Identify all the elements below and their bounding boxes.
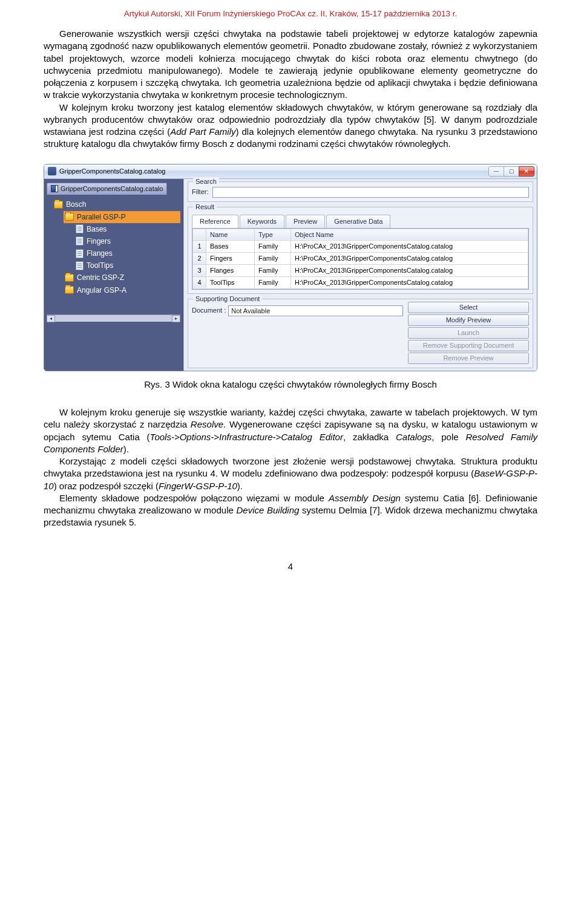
- folder-icon: [65, 286, 74, 294]
- page-number: 4: [44, 561, 537, 573]
- tab-preview[interactable]: Preview: [286, 215, 325, 228]
- tree-label: Flanges: [87, 249, 113, 258]
- tab-reference[interactable]: Reference: [192, 215, 238, 228]
- folder-icon: [65, 274, 74, 282]
- p3-e: ).: [123, 444, 129, 454]
- table-row[interactable]: 3 Flanges Family H:\ProCAx_2013\GripperC…: [193, 265, 528, 277]
- document-field[interactable]: Not Available: [228, 305, 403, 316]
- tab-generative-data[interactable]: Generative Data: [326, 215, 390, 228]
- tree-label: Angular GSP-A: [77, 285, 126, 295]
- select-button[interactable]: Select: [408, 302, 529, 313]
- tree-tab-label: GripperComponentsCatalog.catalo: [61, 184, 163, 194]
- tree-node-parallel[interactable]: Parallel GSP-P: [64, 211, 180, 223]
- tree-label: Bases: [87, 224, 107, 234]
- grid-header-row: Name Type Object Name: [193, 229, 528, 241]
- cell-type: Family: [255, 265, 291, 277]
- catalog-tree: Bosch Parallel GSP-P Bases Fingers: [47, 198, 180, 296]
- tree-tab[interactable]: GripperComponentsCatalog.catalo: [47, 183, 167, 195]
- cell-object: H:\ProCAx_2013\GripperComponentsCatalog.…: [291, 253, 528, 265]
- catalog-icon: [51, 185, 58, 192]
- result-tabs: Reference Keywords Preview Generative Da…: [192, 215, 529, 228]
- cell-name: Fingers: [206, 253, 255, 265]
- cell-rownum: 2: [193, 253, 206, 265]
- cell-type: Family: [255, 276, 291, 288]
- result-grid[interactable]: Name Type Object Name 1 Bases Family: [192, 228, 529, 290]
- p4-b: ) oraz podzespół szczęki (: [54, 481, 159, 491]
- tree-label: Fingers: [87, 236, 111, 246]
- p3-d: , pole: [432, 432, 465, 442]
- tree-node-angular[interactable]: Angular GSP-A: [64, 284, 180, 296]
- paragraph-1: Generowanie wszystkich wersji części chw…: [44, 28, 537, 102]
- maximize-button[interactable]: ▢: [504, 166, 519, 177]
- tools-path: Tools->Options->Infrastructure->Catalog …: [150, 432, 343, 442]
- col-type[interactable]: Type: [255, 229, 291, 241]
- paragraph-5: Elementy składowe podzespołów połączono …: [44, 492, 537, 529]
- tree-label: Parallel GSP-P: [77, 212, 126, 222]
- table-row[interactable]: 4 ToolTips Family H:\ProCAx_2013\Gripper…: [193, 276, 528, 288]
- page-icon: [76, 236, 84, 246]
- tree-hscrollbar[interactable]: ◂ ▸: [47, 314, 180, 322]
- cell-rownum: 3: [193, 265, 206, 277]
- supporting-group-title: Supporting Document: [193, 294, 262, 304]
- running-header: Artykuł Autorski, XII Forum Inżynierskie…: [44, 8, 537, 19]
- tab-keywords[interactable]: Keywords: [240, 215, 284, 228]
- window-body: GripperComponentsCatalog.catalo Bosch Pa…: [44, 179, 537, 371]
- window-titlebar[interactable]: GripperComponentsCatalog.catalog — ▢ ✕: [44, 164, 537, 179]
- details-panel: Search Filter: Result Reference Keywords…: [183, 179, 537, 371]
- cell-rownum: 4: [193, 276, 206, 288]
- table-row[interactable]: 1 Bases Family H:\ProCAx_2013\GripperCom…: [193, 241, 528, 253]
- col-name[interactable]: Name: [206, 229, 255, 241]
- filter-label: Filter:: [192, 187, 209, 197]
- remove-supporting-doc-button: Remove Supporting Document: [408, 340, 529, 351]
- cell-rownum: 1: [193, 241, 206, 253]
- window-title: GripperComponentsCatalog.catalog: [59, 167, 489, 176]
- close-button[interactable]: ✕: [519, 166, 534, 177]
- page-icon: [76, 261, 84, 270]
- figure-3-caption: Rys. 3 Widok okna katalogu części chwyta…: [44, 379, 537, 391]
- col-object-name[interactable]: Object Name: [291, 229, 528, 241]
- tree-node-flanges[interactable]: Flanges: [74, 247, 180, 259]
- tree-label: Centric GSP-Z: [77, 273, 124, 282]
- col-rownum[interactable]: [193, 229, 206, 241]
- result-group-title: Result: [193, 203, 217, 212]
- p4-c: ).: [237, 481, 243, 491]
- folder-open-icon: [54, 201, 63, 209]
- scroll-right-icon[interactable]: ▸: [172, 315, 180, 322]
- launch-button: Launch: [408, 327, 529, 339]
- search-group: Search Filter:: [188, 181, 533, 202]
- cell-name: Bases: [206, 241, 255, 253]
- tree-label: Bosch: [66, 200, 86, 209]
- p5-a: Elementy składowe podzespołów połączono …: [59, 493, 329, 503]
- add-part-family-term: Add Part Family: [170, 126, 235, 137]
- scroll-left-icon[interactable]: ◂: [47, 315, 55, 322]
- table-row[interactable]: 2 Fingers Family H:\ProCAx_2013\GripperC…: [193, 253, 528, 265]
- resolve-term: Resolve: [191, 419, 223, 429]
- cell-object: H:\ProCAx_2013\GripperComponentsCatalog.…: [291, 265, 528, 277]
- tree-node-bases[interactable]: Bases: [74, 223, 180, 235]
- document-label: Document :: [192, 306, 226, 315]
- remove-preview-button: Remove Preview: [408, 353, 529, 364]
- tree-node-fingers[interactable]: Fingers: [74, 235, 180, 247]
- search-group-title: Search: [193, 177, 219, 186]
- modify-preview-button[interactable]: Modify Preview: [408, 314, 529, 326]
- tree-node-tooltips[interactable]: ToolTips: [74, 259, 180, 272]
- paragraph-4: Korzystając z modeli części składowych t…: [44, 455, 537, 492]
- paragraph-2: W kolejnym kroku tworzony jest katalog e…: [44, 102, 537, 151]
- tree-panel: GripperComponentsCatalog.catalo Bosch Pa…: [44, 179, 183, 371]
- minimize-button[interactable]: —: [488, 166, 504, 177]
- cell-type: Family: [255, 253, 291, 265]
- fingerw-term: FingerW-GSP-P-10: [159, 481, 237, 491]
- cell-name: ToolTips: [206, 276, 255, 288]
- figure-3: GripperComponentsCatalog.catalog — ▢ ✕ G…: [44, 164, 537, 371]
- tree-label: ToolTips: [87, 261, 113, 270]
- filter-input[interactable]: [212, 187, 530, 198]
- app-icon: [48, 167, 56, 175]
- device-building-term: Device Building: [236, 505, 299, 515]
- window-buttons: — ▢ ✕: [489, 166, 534, 177]
- tree-node-centric[interactable]: Centric GSP-Z: [64, 272, 180, 284]
- tree-node-bosch[interactable]: Bosch: [53, 198, 180, 210]
- supporting-buttons: Select Modify Preview Launch Remove Supp…: [408, 302, 529, 364]
- cell-object: H:\ProCAx_2013\GripperComponentsCatalog.…: [291, 241, 528, 253]
- catalog-window: GripperComponentsCatalog.catalog — ▢ ✕ G…: [44, 164, 537, 371]
- p3-c: , zakładka: [343, 432, 396, 442]
